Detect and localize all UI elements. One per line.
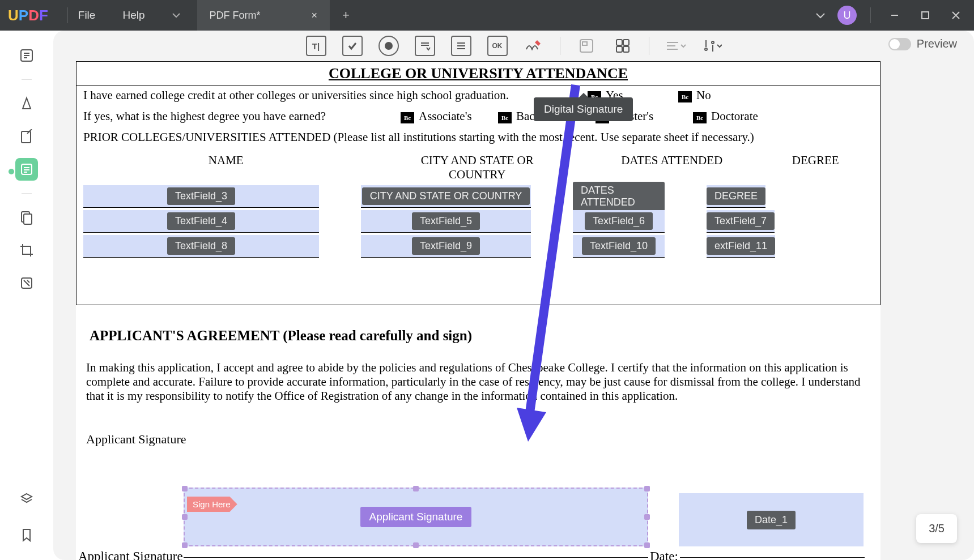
signature-label: Applicant Signature — [86, 432, 190, 447]
add-tab-button[interactable]: + — [342, 8, 350, 23]
listbox-tool-icon[interactable] — [451, 36, 471, 56]
text-field[interactable]: DATES ATTENDED — [573, 185, 665, 208]
checkbox-field[interactable]: Bc — [693, 112, 707, 123]
signature-field[interactable]: Sign Here Applicant Signature — [184, 488, 648, 546]
text-field[interactable]: TextField_3 — [83, 185, 319, 208]
text: Doctorate — [711, 109, 758, 123]
app-logo: UPDF — [8, 7, 48, 24]
separator — [649, 37, 649, 55]
svg-rect-1 — [922, 12, 929, 19]
minimize-icon[interactable] — [884, 5, 905, 25]
text: Associate's — [419, 109, 472, 123]
tab-close-icon[interactable]: × — [312, 10, 318, 22]
title-bar: UPDF File Help PDF Form* × + U — [0, 0, 974, 31]
text-field[interactable]: CITY AND STATE OR COUNTRY — [361, 185, 531, 208]
text: PRIOR COLLEGES/UNIVERSITIES ATTENDED (Pl… — [83, 130, 754, 144]
checkbox-field[interactable]: Bc — [678, 91, 692, 102]
svg-rect-21 — [616, 40, 622, 45]
avatar[interactable]: U — [837, 6, 857, 25]
divider — [67, 7, 68, 23]
edit-tool-icon[interactable] — [15, 125, 38, 148]
text-field[interactable]: extField_11 — [707, 235, 775, 258]
menu-file[interactable]: File — [78, 9, 96, 22]
toggle-switch[interactable] — [888, 38, 911, 50]
crop-tool-icon[interactable] — [15, 239, 38, 262]
signature-caption: Applicant Signature — [78, 549, 183, 560]
section-border — [76, 271, 881, 305]
checkbox-field[interactable]: Bc — [401, 112, 414, 123]
text-field[interactable]: TextField_5 — [361, 210, 531, 233]
text-field[interactable]: TextField_4 — [83, 210, 319, 233]
separator — [22, 193, 32, 194]
agreement-text: In making this application, I accept and… — [76, 344, 881, 404]
tools-settings-icon[interactable] — [701, 36, 722, 56]
svg-rect-24 — [623, 46, 629, 52]
form-tool-icon[interactable] — [15, 158, 38, 181]
image-field-tool-icon[interactable] — [576, 36, 597, 56]
agreement-header: APPLICANT'S AGREEMENT (Please read caref… — [76, 305, 881, 344]
layers-icon[interactable] — [15, 488, 38, 510]
date-field[interactable]: Date_1 — [679, 493, 864, 546]
text-field[interactable]: TextField_6 — [573, 210, 665, 233]
document-viewport[interactable]: COLLEGE OR UNIVERSITY ATTENDANCE I have … — [53, 61, 974, 560]
column-header: DATES ATTENDED — [610, 153, 734, 182]
text-field[interactable]: TextField_7 — [707, 210, 775, 233]
column-header: DEGREE — [781, 153, 849, 182]
dropdown-tool-icon[interactable] — [415, 36, 435, 56]
svg-rect-22 — [623, 40, 629, 45]
svg-rect-12 — [24, 214, 32, 224]
text-field[interactable]: TextField_9 — [361, 235, 531, 258]
text: No — [696, 88, 711, 102]
date-field-label: Date_1 — [747, 511, 796, 529]
tooltip: Digital Signature — [534, 97, 633, 121]
maximize-icon[interactable] — [915, 5, 935, 25]
tab-active[interactable]: PDF Form* × — [197, 0, 330, 31]
svg-rect-6 — [22, 131, 31, 143]
radio-tool-icon[interactable] — [378, 36, 399, 56]
svg-rect-20 — [582, 42, 587, 45]
checkbox-field[interactable]: Bc — [498, 112, 512, 123]
close-icon[interactable] — [946, 5, 966, 25]
annotate-tool-icon[interactable] — [15, 92, 38, 115]
pdf-page: COLLEGE OR UNIVERSITY ATTENDANCE I have … — [76, 61, 881, 560]
checkbox-tool-icon[interactable] — [342, 36, 363, 56]
chevron-down-icon[interactable] — [814, 8, 827, 22]
signature-tool-icon[interactable] — [524, 36, 544, 56]
text-field[interactable]: DEGREE — [707, 185, 765, 208]
text-field[interactable]: TextField_10 — [573, 235, 665, 258]
page-indicator: 3/5 — [916, 514, 957, 543]
barcode-tool-icon[interactable] — [613, 36, 633, 56]
text-field[interactable]: TextField_8 — [83, 235, 319, 258]
column-header: CITY AND STATE OR COUNTRY — [392, 153, 562, 182]
separator — [22, 79, 32, 80]
sign-here-tag: Sign Here — [187, 497, 237, 512]
organize-tool-icon[interactable] — [15, 206, 38, 229]
active-indicator — [8, 169, 14, 174]
text: If yes, what is the highest degree you h… — [83, 109, 401, 123]
section-header: COLLEGE OR UNIVERSITY ATTENDANCE — [76, 61, 881, 86]
form-toolbar: T| OK — [53, 31, 974, 61]
canvas-area: T| OK — [53, 31, 974, 560]
button-tool-icon[interactable]: OK — [487, 36, 508, 56]
align-tool-icon[interactable] — [665, 36, 686, 56]
text: I have earned college credit at other co… — [83, 88, 588, 102]
tab-title: PDF Form* — [210, 10, 261, 22]
preview-toggle[interactable]: Preview — [888, 37, 957, 50]
column-header: NAME — [107, 153, 345, 182]
menu-help[interactable]: Help — [122, 9, 144, 22]
divider — [870, 7, 871, 23]
left-toolbar — [0, 31, 53, 560]
separator — [560, 37, 560, 55]
date-line — [680, 557, 865, 558]
date-caption: Date: — [650, 549, 678, 560]
tab-dropdown-icon[interactable] — [172, 10, 184, 21]
svg-rect-23 — [616, 46, 622, 52]
text-field-tool-icon[interactable]: T| — [306, 36, 326, 56]
preview-label: Preview — [917, 37, 957, 50]
signature-field-label: Applicant Signature — [360, 507, 472, 527]
reader-tool-icon[interactable] — [15, 44, 38, 67]
signature-line — [184, 557, 648, 558]
redact-tool-icon[interactable] — [15, 272, 38, 294]
bookmark-icon[interactable] — [15, 524, 38, 546]
